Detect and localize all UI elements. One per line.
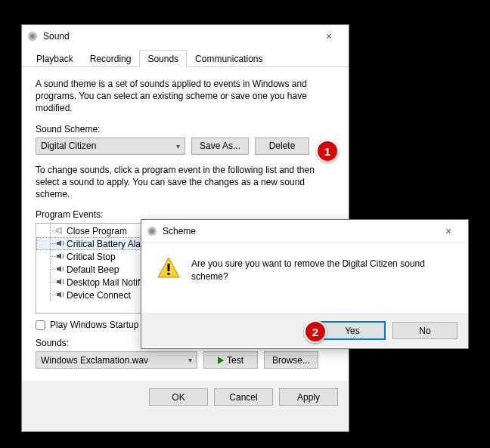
scheme-dropdown[interactable]: Digital Citizen ▾ (36, 137, 185, 155)
save-as-button[interactable]: Save As... (191, 137, 249, 155)
sound-app-icon (26, 30, 39, 42)
no-button[interactable]: No (392, 322, 457, 339)
speaker-icon (56, 252, 65, 261)
speaker-off-icon (56, 226, 65, 235)
popup-body: Are you sure you want to remove the Digi… (141, 243, 468, 314)
test-button[interactable]: Test (203, 351, 258, 369)
chevron-down-icon: ▾ (176, 142, 180, 150)
scheme-value: Digital Citizen (41, 141, 96, 151)
scheme-titlebar[interactable]: Scheme × (141, 220, 468, 243)
delete-button[interactable]: Delete (255, 137, 309, 155)
sound-app-icon (146, 225, 158, 237)
tab-recording[interactable]: Recording (82, 50, 140, 67)
speaker-icon (56, 290, 65, 299)
sound-titlebar[interactable]: Sound × (22, 25, 349, 48)
speaker-icon (56, 277, 65, 286)
annotation-badge-1: 1 (316, 140, 339, 162)
browse-button[interactable]: Browse... (264, 351, 318, 369)
svg-rect-5 (168, 273, 170, 275)
scheme-title: Scheme (163, 226, 433, 236)
svg-point-1 (30, 34, 35, 39)
speaker-icon (56, 239, 65, 248)
annotation-badge-2: 2 (304, 320, 327, 343)
intro-text: A sound theme is a set of sounds applied… (36, 78, 335, 115)
svg-point-3 (150, 229, 154, 233)
tab-strip: Playback Recording Sounds Communications (22, 48, 349, 67)
ok-button[interactable]: OK (149, 388, 208, 406)
sounds-value: Windows Exclamation.wav (41, 355, 148, 366)
apply-button[interactable]: Apply (279, 388, 338, 406)
tab-playback[interactable]: Playback (28, 50, 82, 67)
chevron-down-icon: ▾ (188, 356, 192, 364)
play-icon (218, 357, 224, 364)
tab-communications[interactable]: Communications (187, 50, 271, 67)
startup-checkbox-input[interactable] (36, 320, 45, 330)
dialog-footer: OK Cancel Apply (22, 381, 349, 413)
svg-rect-4 (168, 264, 170, 271)
close-icon[interactable]: × (314, 26, 344, 47)
warning-icon (157, 256, 181, 283)
sound-title: Sound (43, 31, 314, 42)
scheme-label: Sound Scheme: (36, 124, 335, 134)
popup-message: Are you sure you want to remove the Digi… (191, 256, 453, 283)
change-hint: To change sounds, click a program event … (36, 164, 335, 201)
tab-sounds[interactable]: Sounds (139, 50, 187, 67)
sounds-dropdown[interactable]: Windows Exclamation.wav ▾ (36, 351, 197, 369)
yes-button[interactable]: Yes (320, 322, 385, 339)
close-icon[interactable]: × (433, 221, 464, 242)
cancel-button[interactable]: Cancel (214, 388, 273, 406)
speaker-icon (56, 264, 65, 273)
